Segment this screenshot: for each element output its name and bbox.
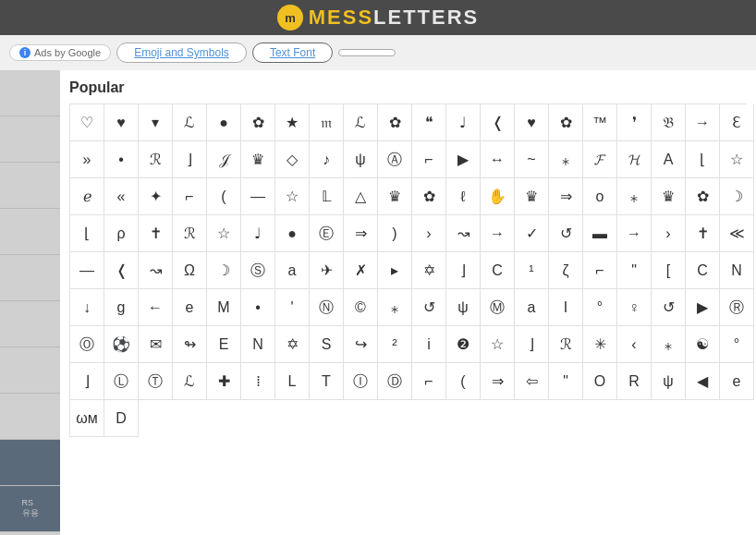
symbol-cell[interactable]: ℓ xyxy=(446,178,481,215)
symbol-cell[interactable]: ✋ xyxy=(481,178,515,215)
symbol-cell[interactable]: ● xyxy=(207,104,241,141)
symbol-cell[interactable]: ❜ xyxy=(617,104,652,141)
symbol-cell[interactable]: ⌋ xyxy=(173,141,207,178)
symbol-cell[interactable]: ♥ xyxy=(515,104,549,141)
symbol-cell[interactable]: ( xyxy=(207,178,241,215)
tab-text-font[interactable]: Text Font xyxy=(252,43,333,63)
symbol-cell[interactable]: a xyxy=(275,252,310,289)
symbol-cell[interactable]: ↺ xyxy=(549,215,583,252)
symbol-cell[interactable]: ⌊ xyxy=(686,141,720,178)
sidebar-item-6[interactable] xyxy=(0,301,60,347)
symbol-cell[interactable]: N xyxy=(720,252,754,289)
symbol-cell[interactable]: ° xyxy=(583,289,617,326)
symbol-cell[interactable]: R xyxy=(617,363,652,400)
symbol-cell[interactable]: ) xyxy=(378,215,412,252)
symbol-cell[interactable]: C xyxy=(481,252,515,289)
symbol-cell[interactable]: 𝔅 xyxy=(652,104,686,141)
symbol-cell[interactable]: ↝ xyxy=(139,252,173,289)
symbol-cell[interactable]: Ⓝ xyxy=(310,289,344,326)
symbol-cell[interactable]: ' xyxy=(275,289,310,326)
symbol-cell[interactable]: ↪ xyxy=(344,326,378,363)
symbol-cell[interactable]: Ω xyxy=(173,252,207,289)
symbol-cell[interactable]: ↓ xyxy=(70,289,104,326)
symbol-cell[interactable]: ( xyxy=(446,363,481,400)
symbol-cell[interactable]: I xyxy=(549,289,583,326)
symbol-cell[interactable]: o xyxy=(583,178,617,215)
symbol-cell[interactable]: ↝ xyxy=(446,215,481,252)
tab-empty[interactable] xyxy=(338,49,396,56)
symbol-cell[interactable]: ⌊ xyxy=(70,215,104,252)
sidebar-item-2[interactable] xyxy=(0,116,60,163)
symbol-cell[interactable]: ♛ xyxy=(515,178,549,215)
symbol-cell[interactable]: › xyxy=(652,215,686,252)
symbol-cell[interactable]: ⚽ xyxy=(104,326,139,363)
symbol-cell[interactable]: D xyxy=(104,400,139,437)
symbol-cell[interactable]: ° xyxy=(720,326,754,363)
symbol-cell[interactable]: S xyxy=(310,326,344,363)
symbol-cell[interactable]: " xyxy=(617,252,652,289)
symbol-cell[interactable]: M xyxy=(207,289,241,326)
symbol-cell[interactable]: ▬ xyxy=(583,215,617,252)
symbol-cell[interactable]: ▸ xyxy=(378,252,412,289)
symbol-cell[interactable]: ✝ xyxy=(686,215,720,252)
symbol-cell[interactable]: « xyxy=(104,178,139,215)
symbol-cell[interactable]: ✿ xyxy=(241,104,275,141)
symbol-cell[interactable]: ✡ xyxy=(275,326,310,363)
symbol-cell[interactable]: ℒ xyxy=(344,104,378,141)
symbol-cell[interactable]: ↺ xyxy=(412,289,446,326)
symbol-cell[interactable]: ★ xyxy=(275,104,310,141)
symbol-cell[interactable]: ✉ xyxy=(139,326,173,363)
symbol-cell[interactable]: ☆ xyxy=(481,326,515,363)
symbol-cell[interactable]: Ⓓ xyxy=(378,363,412,400)
symbol-cell[interactable]: ♛ xyxy=(652,178,686,215)
symbol-cell[interactable]: ▶ xyxy=(686,289,720,326)
symbol-cell[interactable]: ♛ xyxy=(241,141,275,178)
symbol-cell[interactable]: Ⓣ xyxy=(139,363,173,400)
symbol-cell[interactable]: ⁞ xyxy=(241,363,275,400)
symbol-cell[interactable]: ⌐ xyxy=(173,178,207,215)
symbol-cell[interactable]: ℒ xyxy=(173,104,207,141)
symbol-cell[interactable]: ✓ xyxy=(515,215,549,252)
sidebar-item-8[interactable] xyxy=(0,394,60,440)
symbol-cell[interactable]: 𝒥 xyxy=(207,141,241,178)
symbol-cell[interactable]: • xyxy=(104,141,139,178)
symbol-cell[interactable]: ✳ xyxy=(583,326,617,363)
symbol-cell[interactable]: ▶ xyxy=(446,141,481,178)
symbol-cell[interactable]: ζ xyxy=(549,252,583,289)
symbol-cell[interactable]: ⌐ xyxy=(412,363,446,400)
symbol-cell[interactable]: ℯ xyxy=(70,178,104,215)
symbol-cell[interactable]: Ⓞ xyxy=(70,326,104,363)
symbol-cell[interactable]: ← xyxy=(139,289,173,326)
symbol-cell[interactable]: Ⓐ xyxy=(378,141,412,178)
symbol-cell[interactable]: • xyxy=(241,289,275,326)
symbol-cell[interactable]: ✿ xyxy=(378,104,412,141)
symbol-cell[interactable]: ℛ xyxy=(139,141,173,178)
symbol-cell[interactable]: ❝ xyxy=(412,104,446,141)
symbol-cell[interactable]: © xyxy=(344,289,378,326)
sidebar-item-1[interactable] xyxy=(0,70,60,116)
symbol-cell[interactable]: 𝓗 xyxy=(617,141,652,178)
symbol-cell[interactable]: Ⓘ xyxy=(344,363,378,400)
symbol-cell[interactable]: Ⓜ xyxy=(481,289,515,326)
symbol-cell[interactable]: ☯ xyxy=(686,326,720,363)
symbol-cell[interactable]: › xyxy=(412,215,446,252)
symbol-cell[interactable]: ♥ xyxy=(104,104,139,141)
symbol-cell[interactable]: ▾ xyxy=(139,104,173,141)
symbol-cell[interactable]: ↔ xyxy=(481,141,515,178)
symbol-cell[interactable]: ⇒ xyxy=(344,215,378,252)
symbol-cell[interactable]: ωм xyxy=(70,400,104,437)
symbol-cell[interactable]: N xyxy=(241,326,275,363)
symbol-cell[interactable]: ☆ xyxy=(207,215,241,252)
symbol-cell[interactable]: T xyxy=(310,363,344,400)
symbol-cell[interactable]: E xyxy=(207,326,241,363)
symbol-cell[interactable]: 𝔪 xyxy=(310,104,344,141)
symbol-cell[interactable]: ✦ xyxy=(139,178,173,215)
symbol-cell[interactable]: ✡ xyxy=(412,252,446,289)
symbol-cell[interactable]: ♩ xyxy=(241,215,275,252)
symbol-cell[interactable]: ™ xyxy=(583,104,617,141)
symbol-cell[interactable]: 𝕃 xyxy=(310,178,344,215)
symbol-cell[interactable]: → xyxy=(686,104,720,141)
symbol-cell[interactable]: — xyxy=(241,178,275,215)
symbol-cell[interactable]: ψ xyxy=(344,141,378,178)
tab-emoji-symbols[interactable]: Emoji and Symbols xyxy=(116,43,247,63)
